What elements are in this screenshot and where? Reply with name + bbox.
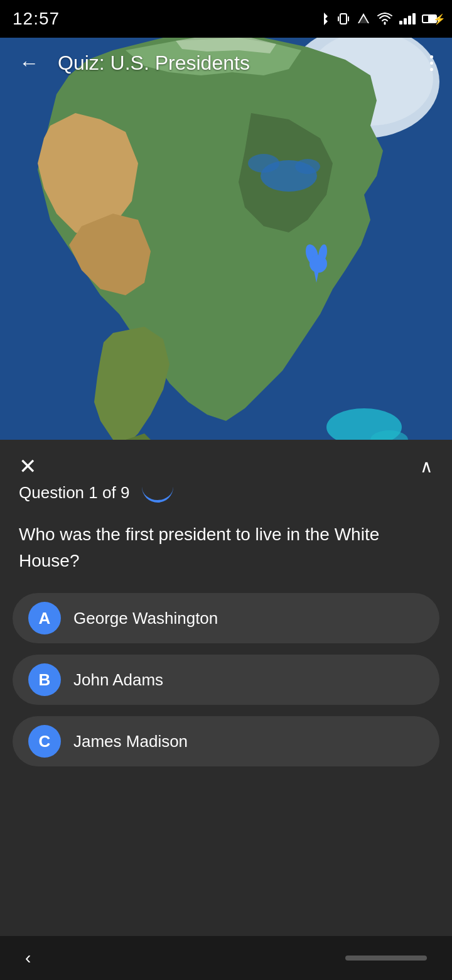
- more-dot: [430, 55, 433, 58]
- svg-rect-2: [348, 16, 349, 21]
- map-container: ← Quiz: U.S. Presidents: [0, 0, 452, 496]
- question-counter: Question 1 of 9: [19, 483, 129, 503]
- more-menu-button[interactable]: [424, 49, 439, 77]
- loading-spinner: [142, 484, 173, 503]
- more-dot: [430, 62, 433, 65]
- nav-back-button[interactable]: ‹: [25, 948, 31, 968]
- bottom-navigation: ‹: [0, 936, 452, 980]
- option-b-text: John Adams: [73, 670, 163, 690]
- wifi-icon: [377, 13, 393, 25]
- quiz-options: A George Washington B John Adams C James…: [0, 593, 452, 766]
- option-a[interactable]: A George Washington: [13, 593, 439, 643]
- quiz-top-bar: ✕ ∧: [0, 440, 452, 483]
- vibrate-icon: [336, 12, 350, 26]
- battery-icon: ⚡: [422, 14, 439, 23]
- option-c-text: James Madison: [73, 732, 188, 751]
- svg-point-9: [248, 154, 279, 173]
- home-indicator: [345, 956, 427, 961]
- status-time: 12:57: [13, 9, 60, 29]
- option-a-text: George Washington: [73, 609, 218, 628]
- svg-point-10: [295, 159, 320, 174]
- svg-rect-1: [338, 16, 339, 21]
- option-b-letter: B: [28, 663, 61, 696]
- quiz-meta: Question 1 of 9: [0, 483, 452, 515]
- bluetooth-icon: [318, 11, 330, 26]
- close-button[interactable]: ✕: [19, 455, 36, 477]
- status-bar: 12:57: [0, 0, 452, 38]
- option-c[interactable]: C James Madison: [13, 716, 439, 766]
- svg-point-13: [309, 255, 327, 273]
- option-a-letter: A: [28, 602, 61, 634]
- quiz-panel: ✕ ∧ Question 1 of 9 Who was the first pr…: [0, 440, 452, 936]
- status-icons: ⚡: [318, 11, 439, 26]
- data-icon: [357, 12, 370, 26]
- map-title: Quiz: U.S. Presidents: [58, 52, 424, 75]
- collapse-button[interactable]: ∧: [420, 456, 433, 477]
- more-dot: [430, 68, 433, 71]
- map-header: ← Quiz: U.S. Presidents: [0, 38, 452, 88]
- svg-rect-0: [340, 14, 347, 24]
- option-c-letter: C: [28, 725, 61, 758]
- quiz-question: Who was the first president to live in t…: [0, 515, 452, 593]
- option-b[interactable]: B John Adams: [13, 655, 439, 705]
- signal-icon: [399, 13, 416, 24]
- back-button[interactable]: ←: [13, 45, 45, 81]
